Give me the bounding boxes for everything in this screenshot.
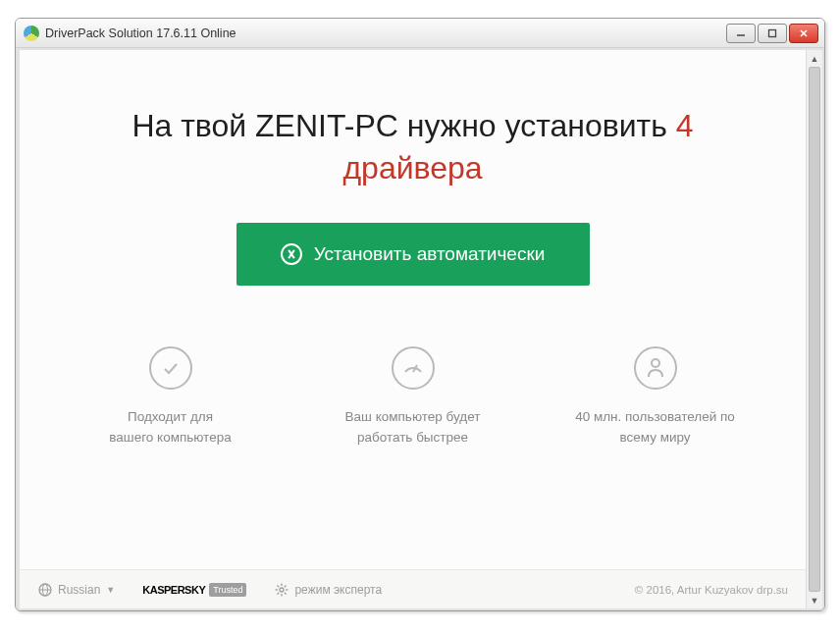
install-auto-label: Установить автоматически — [314, 243, 546, 265]
headline-text: На твой ZENIT-PC нужно установить 4 драй… — [20, 50, 806, 189]
svg-line-15 — [285, 592, 287, 594]
svg-rect-1 — [769, 29, 776, 36]
svg-line-14 — [277, 585, 279, 587]
gauge-icon — [392, 346, 435, 390]
minimize-button[interactable] — [726, 24, 756, 43]
window-title: DriverPack Solution 17.6.11 Online — [45, 26, 720, 40]
svg-point-5 — [652, 359, 659, 367]
globe-icon — [37, 582, 52, 597]
feature-faster: Ваш компьютер будет работать быстрее — [315, 346, 511, 448]
trusted-badge: Trusted — [209, 583, 246, 597]
checkmark-icon — [149, 346, 192, 390]
footer: Russian ▼ KASPERSKY Trusted режим экспер… — [20, 569, 806, 608]
application-window: DriverPack Solution 17.6.11 Online На тв… — [15, 18, 825, 611]
expert-mode-button[interactable]: режим эксперта — [274, 582, 382, 597]
scroll-up-arrow[interactable]: ▲ — [807, 50, 822, 67]
kaspersky-badge[interactable]: KASPERSKY Trusted — [142, 583, 246, 597]
gear-icon — [274, 582, 289, 597]
language-selector[interactable]: Russian ▼ — [37, 582, 115, 597]
copyright-text: © 2016, Artur Kuzyakov drp.su — [635, 584, 788, 596]
close-button[interactable] — [789, 24, 818, 43]
features-row: Подходит для вашего компьютера Ваш компь… — [20, 346, 806, 467]
app-logo-icon — [24, 26, 39, 41]
install-auto-button[interactable]: Установить автоматически — [236, 223, 590, 286]
scroll-down-arrow[interactable]: ▼ — [807, 592, 822, 608]
main-content: На твой ZENIT-PC нужно установить 4 драй… — [20, 50, 806, 608]
svg-line-16 — [285, 585, 287, 587]
feature-suitable: Подходит для вашего компьютера — [73, 346, 269, 448]
svg-line-17 — [277, 592, 279, 594]
expert-mode-label: режим эксперта — [294, 583, 382, 597]
svg-point-9 — [280, 588, 284, 592]
titlebar: DriverPack Solution 17.6.11 Online — [16, 19, 824, 48]
feature-users: 40 млн. пользователей по всему миру — [557, 346, 754, 448]
maximize-button[interactable] — [758, 24, 787, 43]
user-icon — [634, 346, 677, 390]
chevron-down-icon: ▼ — [106, 585, 115, 595]
vertical-scrollbar[interactable]: ▲ ▼ — [806, 50, 822, 608]
driverpack-icon — [281, 243, 302, 265]
language-label: Russian — [58, 583, 100, 597]
scroll-thumb[interactable] — [809, 67, 820, 592]
